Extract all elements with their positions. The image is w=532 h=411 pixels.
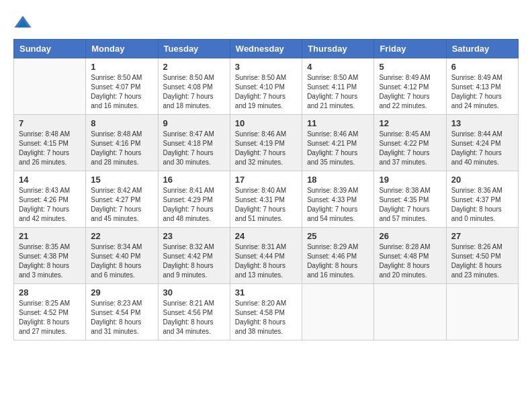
calendar-cell: 6 Sunrise: 8:49 AM Sunset: 4:13 PM Dayli…	[446, 58, 518, 115]
day-info: Sunrise: 8:44 AM Sunset: 4:24 PM Dayligh…	[451, 130, 513, 167]
day-number: 13	[451, 118, 513, 128]
sunrise: Sunrise: 8:50 AM	[91, 74, 142, 81]
calendar-cell: 4 Sunrise: 8:50 AM Sunset: 4:11 PM Dayli…	[302, 58, 374, 115]
day-number: 25	[307, 231, 369, 241]
day-info: Sunrise: 8:46 AM Sunset: 4:21 PM Dayligh…	[307, 130, 369, 167]
day-info: Sunrise: 8:50 AM Sunset: 4:07 PM Dayligh…	[91, 73, 152, 111]
sunset: Sunset: 4:46 PM	[307, 253, 357, 260]
header-day-monday: Monday	[86, 40, 158, 58]
calendar-cell: 16 Sunrise: 8:41 AM Sunset: 4:29 PM Dayl…	[158, 171, 230, 228]
daylight: Daylight: 7 hours and 57 minutes.	[379, 205, 429, 222]
day-info: Sunrise: 8:35 AM Sunset: 4:38 PM Dayligh…	[19, 242, 81, 280]
daylight: Daylight: 8 hours and 16 minutes.	[307, 262, 357, 279]
calendar-cell: 23 Sunrise: 8:32 AM Sunset: 4:42 PM Dayl…	[158, 228, 230, 284]
daylight: Daylight: 8 hours and 6 minutes.	[91, 262, 141, 279]
sunrise: Sunrise: 8:39 AM	[307, 187, 358, 194]
day-number: 24	[235, 231, 297, 241]
daylight: Daylight: 7 hours and 22 minutes.	[379, 93, 429, 109]
calendar-cell: 2 Sunrise: 8:50 AM Sunset: 4:08 PM Dayli…	[158, 58, 230, 115]
sunrise: Sunrise: 8:28 AM	[379, 243, 430, 250]
day-number: 10	[235, 118, 297, 128]
day-info: Sunrise: 8:46 AM Sunset: 4:19 PM Dayligh…	[235, 130, 297, 167]
daylight: Daylight: 7 hours and 32 minutes.	[235, 149, 285, 166]
day-info: Sunrise: 8:43 AM Sunset: 4:26 PM Dayligh…	[19, 186, 81, 224]
daylight: Daylight: 7 hours and 40 minutes.	[451, 149, 502, 166]
sunset: Sunset: 4:42 PM	[163, 253, 213, 260]
sunrise: Sunrise: 8:23 AM	[91, 300, 142, 307]
day-info: Sunrise: 8:50 AM Sunset: 4:10 PM Dayligh…	[235, 73, 297, 111]
day-info: Sunrise: 8:40 AM Sunset: 4:31 PM Dayligh…	[235, 186, 297, 224]
sunset: Sunset: 4:33 PM	[307, 196, 357, 203]
day-number: 19	[379, 175, 441, 185]
sunrise: Sunrise: 8:49 AM	[379, 74, 430, 81]
sunset: Sunset: 4:38 PM	[19, 253, 69, 260]
calendar-cell: 13 Sunrise: 8:44 AM Sunset: 4:24 PM Dayl…	[446, 115, 518, 171]
header-row: SundayMondayTuesdayWednesdayThursdayFrid…	[14, 40, 519, 58]
day-info: Sunrise: 8:20 AM Sunset: 4:58 PM Dayligh…	[235, 299, 297, 336]
sunset: Sunset: 4:16 PM	[91, 140, 140, 147]
calendar-cell: 7 Sunrise: 8:48 AM Sunset: 4:15 PM Dayli…	[14, 115, 86, 171]
header-day-thursday: Thursday	[302, 40, 374, 58]
daylight: Daylight: 8 hours and 20 minutes.	[379, 262, 429, 279]
day-info: Sunrise: 8:25 AM Sunset: 4:52 PM Dayligh…	[19, 299, 81, 336]
sunset: Sunset: 4:31 PM	[235, 196, 285, 203]
day-number: 12	[379, 118, 441, 128]
sunrise: Sunrise: 8:46 AM	[235, 130, 286, 138]
day-number: 22	[91, 231, 152, 241]
sunrise: Sunrise: 8:49 AM	[451, 74, 502, 81]
calendar-cell: 11 Sunrise: 8:46 AM Sunset: 4:21 PM Dayl…	[302, 115, 374, 171]
sunset: Sunset: 4:56 PM	[163, 309, 213, 316]
header-day-sunday: Sunday	[14, 40, 86, 58]
sunrise: Sunrise: 8:34 AM	[91, 243, 142, 250]
sunrise: Sunrise: 8:43 AM	[19, 187, 70, 194]
daylight: Daylight: 8 hours and 31 minutes.	[91, 318, 141, 335]
day-number: 30	[163, 287, 225, 298]
sunrise: Sunrise: 8:46 AM	[307, 130, 358, 138]
day-number: 9	[163, 118, 225, 128]
calendar-cell: 5 Sunrise: 8:49 AM Sunset: 4:12 PM Dayli…	[374, 58, 446, 115]
sunrise: Sunrise: 8:29 AM	[307, 243, 358, 250]
sunrise: Sunrise: 8:44 AM	[451, 130, 502, 138]
day-info: Sunrise: 8:41 AM Sunset: 4:29 PM Dayligh…	[163, 186, 225, 224]
daylight: Daylight: 7 hours and 42 minutes.	[19, 205, 69, 222]
day-number: 27	[451, 231, 513, 241]
day-number: 8	[91, 118, 152, 128]
sunrise: Sunrise: 8:50 AM	[307, 74, 358, 81]
sunrise: Sunrise: 8:32 AM	[163, 243, 214, 250]
sunset: Sunset: 4:40 PM	[91, 253, 140, 260]
sunrise: Sunrise: 8:26 AM	[451, 243, 502, 250]
sunrise: Sunrise: 8:31 AM	[235, 243, 286, 250]
daylight: Daylight: 7 hours and 37 minutes.	[379, 149, 429, 166]
sunrise: Sunrise: 8:20 AM	[235, 300, 286, 307]
header-day-wednesday: Wednesday	[230, 40, 302, 58]
sunrise: Sunrise: 8:41 AM	[163, 187, 214, 194]
day-info: Sunrise: 8:36 AM Sunset: 4:37 PM Dayligh…	[451, 186, 513, 224]
sunrise: Sunrise: 8:48 AM	[91, 130, 142, 138]
day-number: 4	[307, 62, 369, 72]
daylight: Daylight: 8 hours and 38 minutes.	[235, 318, 285, 335]
sunset: Sunset: 4:11 PM	[307, 83, 357, 91]
day-number: 6	[451, 62, 513, 72]
calendar-cell: 3 Sunrise: 8:50 AM Sunset: 4:10 PM Dayli…	[230, 58, 302, 115]
day-number: 31	[235, 287, 297, 298]
calendar-cell	[446, 284, 518, 340]
day-info: Sunrise: 8:29 AM Sunset: 4:46 PM Dayligh…	[307, 242, 369, 280]
sunrise: Sunrise: 8:36 AM	[451, 187, 502, 194]
sunset: Sunset: 4:44 PM	[235, 253, 285, 260]
day-number: 17	[235, 175, 297, 185]
daylight: Daylight: 7 hours and 45 minutes.	[91, 205, 141, 222]
sunset: Sunset: 4:18 PM	[163, 140, 213, 147]
day-info: Sunrise: 8:42 AM Sunset: 4:27 PM Dayligh…	[91, 186, 152, 224]
calendar-cell: 14 Sunrise: 8:43 AM Sunset: 4:26 PM Dayl…	[14, 171, 86, 228]
daylight: Daylight: 8 hours and 27 minutes.	[19, 318, 69, 335]
daylight: Daylight: 7 hours and 19 minutes.	[235, 93, 285, 109]
day-number: 28	[19, 287, 81, 298]
day-number: 14	[19, 175, 81, 185]
calendar-cell: 28 Sunrise: 8:25 AM Sunset: 4:52 PM Dayl…	[14, 284, 86, 340]
calendar-table: SundayMondayTuesdayWednesdayThursdayFrid…	[13, 39, 519, 340]
day-info: Sunrise: 8:23 AM Sunset: 4:54 PM Dayligh…	[91, 299, 152, 336]
day-info: Sunrise: 8:48 AM Sunset: 4:15 PM Dayligh…	[19, 130, 81, 167]
calendar-cell: 27 Sunrise: 8:26 AM Sunset: 4:50 PM Dayl…	[446, 228, 518, 284]
day-number: 20	[451, 175, 513, 185]
day-info: Sunrise: 8:38 AM Sunset: 4:35 PM Dayligh…	[379, 186, 441, 224]
